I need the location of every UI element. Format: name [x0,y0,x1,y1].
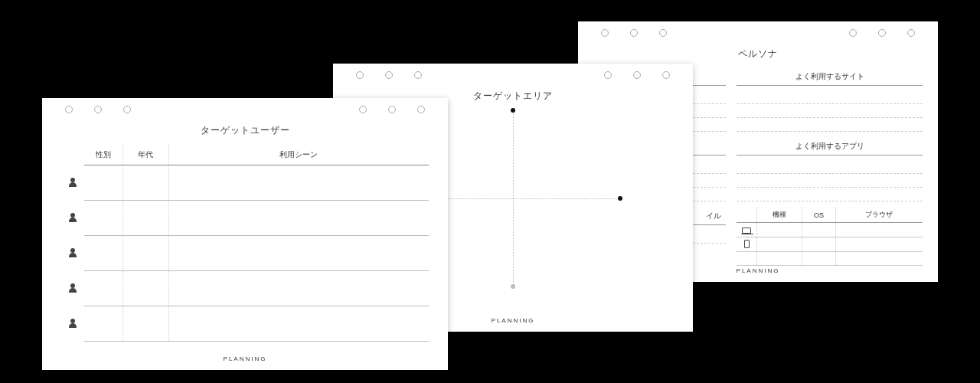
device-col-os: OS [802,208,836,223]
mobile-icon [744,240,750,248]
col-age: 年代 [122,145,168,165]
hole-icon [123,106,131,113]
writing-line [737,90,923,104]
hole-icon [849,29,857,37]
person-icon [69,178,77,187]
hole-icon [878,29,886,37]
section-apps-title: よく利用するアプリ [737,138,923,155]
hole-icon [907,29,915,37]
hole-icon [604,71,612,79]
hole-icon [94,106,102,113]
axis-dot-right [618,196,622,201]
hole-icon [601,29,609,37]
hole-icon [388,106,396,113]
desktop-icon [742,228,751,234]
hole-icon [659,29,667,37]
table-row [61,165,429,201]
table-row [61,306,429,342]
binder-holes [333,64,693,79]
device-row [737,223,923,237]
table-row [61,201,429,236]
writing-line [737,188,923,201]
axis-dot-bottom [511,284,515,289]
hole-icon [630,29,638,37]
col-gender: 性別 [84,145,122,165]
target-user-title: ターゲットユーザー [42,124,448,137]
hole-icon [633,71,641,79]
target-user-table: 性別 年代 利用シーン [61,145,429,342]
hole-icon [65,106,73,113]
target-user-card: ターゲットユーザー 性別 年代 利用シーン PLANNING [42,98,448,370]
hole-icon [417,106,425,113]
device-table: 機種 OS ブラウザ [737,208,923,266]
person-icon [69,213,77,222]
writing-line [737,174,923,188]
device-row [737,237,923,252]
table-row [61,271,429,306]
writing-line [737,160,923,174]
device-col-browser: ブラウザ [835,208,923,223]
col-scene: 利用シーン [168,145,429,165]
device-col-model: 機種 [756,208,802,223]
table-row [61,236,429,271]
person-icon [69,319,77,328]
hole-icon [359,106,367,113]
axis-dot-top [511,108,515,113]
binder-holes [42,98,448,113]
person-icon [69,283,77,293]
hole-icon [356,71,364,79]
persona-title: ペルソナ [578,47,938,61]
device-row [737,252,923,266]
writing-line [737,118,923,132]
section-sites-title: よく利用するサイト [737,68,923,86]
binder-holes [578,21,938,37]
footer-label: PLANNING [42,355,448,362]
person-icon [69,248,77,257]
hole-icon [662,71,670,79]
writing-line [737,104,923,118]
hole-icon [414,71,422,79]
hole-icon [385,71,393,79]
